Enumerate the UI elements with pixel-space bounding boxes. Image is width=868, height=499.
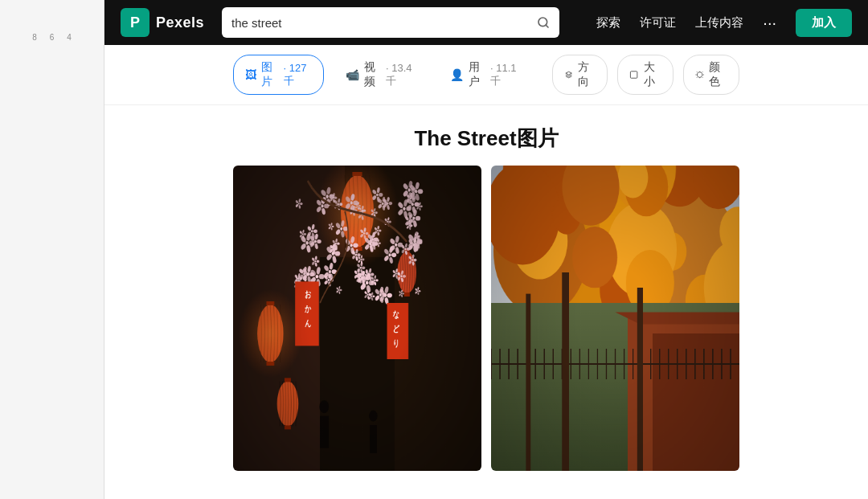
svg-rect-2: [631, 72, 637, 78]
main-content: P Pexels 探索 许可证 上传内容 ··· 加入 🖼 图片 · 127 千: [104, 0, 868, 471]
nav-more[interactable]: ···: [763, 14, 776, 32]
tab-videos-count: · 13.4 千: [386, 62, 416, 88]
navbar: P Pexels 探索 许可证 上传内容 ··· 加入: [104, 0, 868, 45]
tab-images[interactable]: 🖼 图片 · 127 千: [233, 55, 324, 95]
logo-area: P Pexels: [121, 8, 209, 37]
nav-explore[interactable]: 探索: [596, 15, 620, 31]
tab-images-count: · 127 千: [284, 62, 312, 88]
ruler-num-6: 6: [50, 33, 55, 42]
ruler-numbers: 8 6 4: [0, 0, 104, 45]
logo-text: Pexels: [156, 14, 204, 31]
images-icon: 🖼: [245, 68, 256, 81]
color-dropdown[interactable]: 颜色: [683, 55, 739, 95]
filter-bar: 🖼 图片 · 127 千 📹 视频 · 13.4 千 👤 用户 · 11.1 千…: [104, 45, 868, 105]
size-dropdown[interactable]: 大小: [617, 55, 674, 95]
photo-card-autumn[interactable]: [491, 166, 739, 471]
tab-videos[interactable]: 📹 视频 · 13.4 千: [334, 55, 428, 95]
direction-dropdown[interactable]: 方向: [552, 55, 608, 95]
search-button[interactable]: [537, 16, 550, 29]
svg-line-1: [546, 25, 548, 27]
search-input[interactable]: [231, 16, 530, 30]
nav-license[interactable]: 许可证: [640, 15, 676, 31]
photo-grid: [104, 166, 868, 471]
tab-users-label: 用户: [469, 60, 485, 89]
color-label: 颜色: [709, 60, 727, 89]
videos-icon: 📹: [346, 68, 359, 81]
join-button[interactable]: 加入: [796, 9, 852, 37]
page-title-area: The Street图片: [104, 105, 868, 166]
tab-videos-label: 视频: [364, 60, 381, 89]
size-label: 大小: [644, 60, 662, 89]
nav-links: 探索 许可证 上传内容 ··· 加入: [596, 9, 852, 37]
tab-users-count: · 11.1 千: [490, 62, 521, 88]
photo-card-japan[interactable]: [233, 166, 481, 471]
search-bar[interactable]: [222, 7, 559, 38]
tab-images-label: 图片: [261, 60, 279, 89]
pexels-logo-icon: P: [121, 8, 149, 37]
ruler-sidebar: 8 6 4: [0, 0, 104, 499]
ruler-num-8: 8: [32, 33, 37, 42]
direction-label: 方向: [578, 60, 596, 89]
tab-users[interactable]: 👤 用户 · 11.1 千: [438, 55, 533, 95]
ruler-num-4: 4: [67, 33, 72, 42]
page-title: The Street图片: [104, 125, 868, 153]
nav-upload[interactable]: 上传内容: [695, 15, 743, 31]
users-icon: 👤: [450, 68, 464, 81]
